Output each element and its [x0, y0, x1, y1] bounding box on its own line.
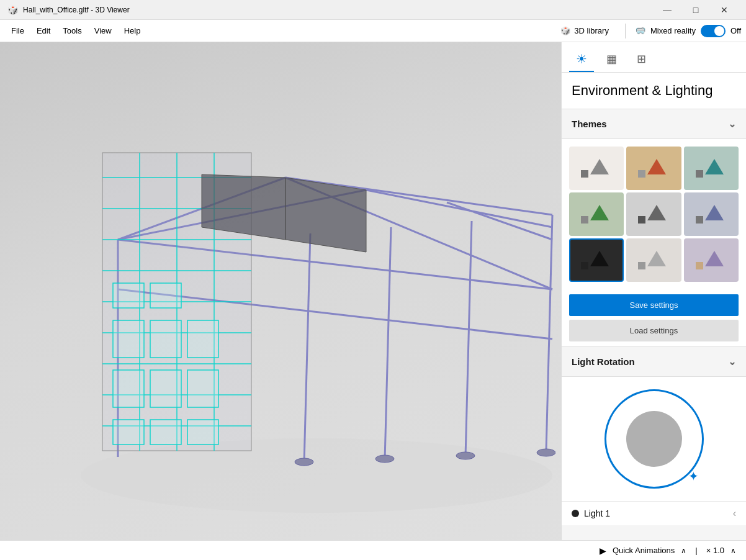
save-settings-button[interactable]: Save settings	[569, 294, 739, 316]
quick-anim-icon: ▶	[600, 546, 606, 556]
tab-environment[interactable]: ☀	[569, 47, 594, 72]
svg-rect-47	[638, 170, 645, 178]
svg-rect-35	[187, 320, 218, 358]
theme-item-7[interactable]	[569, 238, 624, 282]
svg-point-42	[456, 452, 475, 459]
dial[interactable]: ✦	[604, 389, 704, 489]
menubar: File Edit Tools View Help 🎲 3D library 🥽…	[0, 20, 746, 42]
theme-item-1[interactable]	[569, 147, 624, 190]
theme-preview-1	[570, 148, 622, 189]
minimize-button[interactable]: —	[653, 0, 681, 20]
grid-icon: ⊞	[637, 52, 646, 66]
svg-rect-59	[638, 262, 645, 269]
menu-view[interactable]: View	[88, 22, 118, 39]
theme-item-4[interactable]	[569, 192, 624, 236]
menu-tools[interactable]: Tools	[56, 22, 88, 39]
svg-line-7	[465, 221, 472, 457]
settings-buttons: Save settings Load settings	[562, 289, 746, 347]
quick-anim-expand-icon[interactable]: ∧	[681, 546, 686, 555]
svg-marker-60	[705, 251, 724, 266]
svg-line-9	[304, 233, 310, 463]
mixed-reality-toggle[interactable]	[701, 25, 726, 37]
light-1-dot	[572, 510, 579, 517]
svg-marker-56	[590, 251, 609, 266]
svg-rect-30	[150, 320, 181, 358]
theme-item-8[interactable]	[626, 238, 681, 282]
bottom-bar-content: ▶ Quick Animations ∧ | × 1.0 ∧	[600, 546, 736, 556]
svg-rect-29	[113, 320, 144, 358]
load-settings-button[interactable]: Load settings	[569, 320, 739, 341]
environment-lighting-title: Environment & Lighting	[572, 83, 712, 98]
svg-marker-48	[705, 159, 724, 174]
light-rotation-label: Light Rotation	[572, 356, 635, 367]
close-button[interactable]: ✕	[710, 0, 739, 20]
theme-preview-6	[685, 194, 737, 235]
main-layout: ☀ ▦ ⊞ Environment & Lighting Themes ⌄	[0, 42, 746, 560]
theme-item-6[interactable]	[684, 192, 739, 236]
scale-label: × 1.0	[706, 546, 724, 555]
menu-file[interactable]: File	[5, 22, 30, 39]
3d-scene-svg	[6, 53, 555, 549]
theme-item-3[interactable]	[684, 147, 739, 190]
mixed-reality-label: Mixed reality	[650, 26, 696, 35]
3d-scene	[0, 42, 561, 560]
quick-animations-label: Quick Animations	[613, 546, 675, 555]
rotation-dial-container[interactable]: ✦	[562, 377, 746, 501]
viewport[interactable]	[0, 42, 561, 560]
svg-marker-44	[590, 159, 609, 174]
chart-icon: ▦	[606, 52, 617, 66]
panel-title: Environment & Lighting	[562, 73, 746, 109]
app-icon: 🎲	[7, 5, 18, 15]
svg-rect-57	[581, 262, 588, 269]
theme-preview-7	[570, 240, 622, 281]
themes-section: Themes ⌄	[562, 109, 746, 289]
tab-grid[interactable]: ⊞	[629, 47, 654, 72]
svg-point-41	[375, 455, 394, 463]
cube-icon: 🎲	[560, 26, 570, 35]
svg-rect-32	[150, 370, 181, 407]
theme-item-5[interactable]	[626, 192, 681, 236]
theme-grid	[562, 139, 746, 289]
light-1-label: Light 1	[572, 508, 610, 518]
svg-marker-52	[647, 205, 666, 220]
menu-help[interactable]: Help	[118, 22, 147, 39]
scale-expand-icon[interactable]: ∧	[730, 546, 736, 555]
theme-preview-5	[627, 194, 680, 235]
lib-label: 3D library	[574, 26, 609, 35]
menu-edit[interactable]: Edit	[30, 22, 56, 39]
themes-section-header[interactable]: Themes ⌄	[562, 109, 746, 139]
svg-rect-61	[696, 262, 703, 269]
mixed-reality-icon: 🥽	[636, 26, 645, 35]
svg-rect-51	[581, 216, 588, 224]
svg-line-8	[385, 227, 391, 460]
theme-preview-3	[685, 148, 737, 189]
svg-marker-58	[647, 251, 666, 266]
svg-line-3	[366, 190, 552, 227]
mixed-reality-button[interactable]: 🥽 Mixed reality Off	[636, 25, 741, 37]
light-1-text: Light 1	[584, 508, 610, 518]
maximize-button[interactable]: □	[681, 0, 710, 20]
svg-rect-27	[113, 283, 144, 308]
svg-rect-28	[150, 283, 181, 308]
menubar-right: 🎲 3D library 🥽 Mixed reality Off	[554, 24, 741, 38]
svg-marker-54	[705, 205, 724, 220]
sun-icon: ☀	[576, 52, 587, 66]
bottom-bar: ▶ Quick Animations ∧ | × 1.0 ∧	[0, 540, 746, 560]
titlebar-left: 🎲 Hall_with_Office.gltf - 3D Viewer	[7, 5, 130, 15]
window-title: Hall_with_Office.gltf - 3D Viewer	[23, 6, 130, 14]
light-1-item[interactable]: Light 1 ‹	[562, 501, 746, 525]
light-rotation-header[interactable]: Light Rotation ⌄	[562, 347, 746, 377]
theme-preview-2	[627, 148, 680, 189]
3d-library-button[interactable]: 🎲 3D library	[554, 24, 615, 38]
theme-item-9[interactable]	[684, 238, 739, 282]
svg-rect-36	[187, 370, 218, 407]
svg-marker-39	[285, 178, 366, 252]
themes-label: Themes	[572, 119, 607, 129]
sun-position-icon: ✦	[688, 469, 699, 484]
tab-stats[interactable]: ▦	[599, 47, 624, 72]
svg-rect-53	[638, 216, 645, 224]
menubar-divider	[625, 24, 626, 38]
svg-point-40	[295, 458, 313, 466]
svg-rect-33	[113, 420, 144, 445]
theme-item-2[interactable]	[626, 147, 681, 190]
